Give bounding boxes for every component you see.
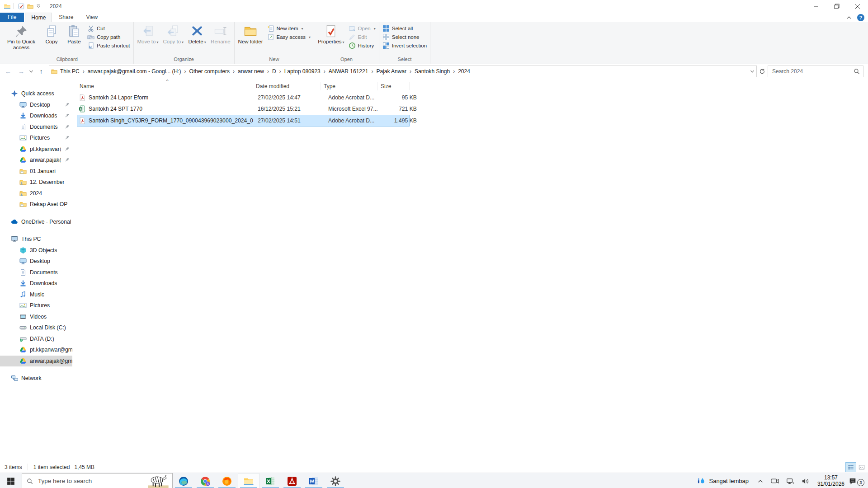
breadcrumb-item[interactable]: Pajak Anwar [376, 68, 406, 75]
sidebar-item-onedrive-personal[interactable]: OneDrive - Personal [0, 216, 72, 228]
back-button[interactable]: ← [3, 68, 14, 75]
sidebar-item-this-pc[interactable]: This PC [0, 234, 72, 245]
breadcrumb-item[interactable]: 2024 [458, 68, 470, 75]
restore-button[interactable] [826, 0, 847, 12]
sidebar-item-network[interactable]: Network [0, 373, 72, 384]
tray-overflow-button[interactable] [754, 478, 767, 484]
forward-button[interactable]: → [16, 68, 27, 75]
copy-to-button[interactable]: Copy to▾ [160, 23, 186, 46]
taskbar-app-settings[interactable] [325, 473, 346, 488]
taskbar-app-word[interactable] [303, 473, 325, 488]
sidebar-item-quick-access[interactable]: Quick access [0, 88, 72, 99]
invert-selection-button[interactable]: Invert selection [382, 42, 427, 49]
tab-home[interactable]: Home [25, 13, 52, 22]
breadcrumb-item[interactable]: anwar.pajak@gmail.com - Googl... (H:) [88, 68, 181, 75]
details-view-button[interactable] [845, 462, 856, 472]
breadcrumb-item[interactable]: Santokh Singh [415, 68, 450, 75]
recent-locations-button[interactable] [29, 69, 33, 74]
copy-path-button[interactable]: Copy path [87, 33, 130, 41]
up-button[interactable]: ↑ [36, 68, 47, 75]
file-row[interactable]: Santokh Singh_CY5JR9_FORM_1770_090043969… [77, 115, 410, 127]
edit-button[interactable]: Edit [349, 33, 376, 41]
sidebar-item-music[interactable]: Music [0, 289, 72, 300]
breadcrumb-item[interactable]: This PC [60, 68, 80, 75]
weather-widget[interactable]: Sangat lembap [692, 477, 753, 486]
easy-access-button[interactable]: Easy access▾ [267, 33, 311, 41]
new-item-button[interactable]: New item▾ [267, 25, 311, 32]
column-header-date-modified[interactable]: Date modified [253, 82, 321, 90]
paste-button[interactable]: Paste [63, 23, 85, 46]
open-button[interactable]: Open▾ [349, 25, 376, 32]
breadcrumb-item[interactable]: Other computers [189, 68, 230, 75]
sidebar-item-rekap-aset-op[interactable]: Rekap Aset OP [0, 199, 72, 210]
sidebar-item-01-januari[interactable]: 01 Januari [0, 166, 72, 177]
properties-button[interactable]: Properties▾ [316, 23, 346, 46]
speaker-icon[interactable] [798, 477, 813, 485]
thumbnails-view-button[interactable] [856, 462, 867, 472]
taskbar-app-excel[interactable] [259, 473, 281, 488]
sidebar-item-documents[interactable]: Documents [0, 267, 72, 278]
move-to-button[interactable]: Move to▾ [135, 23, 161, 46]
sidebar-item-anwar-pajak-gn[interactable]: anwar.pajak@gn [0, 155, 72, 166]
sidebar-item-documents[interactable]: Documents [0, 122, 72, 133]
tab-view[interactable]: View [80, 13, 104, 22]
paste-shortcut-button[interactable]: Paste shortcut [87, 42, 130, 49]
search-input[interactable] [771, 68, 854, 75]
sidebar-item-downloads[interactable]: Downloads [0, 278, 72, 289]
qat-properties-button[interactable] [17, 3, 26, 10]
start-button[interactable] [0, 473, 22, 488]
sidebar-item-videos[interactable]: Videos [0, 311, 72, 323]
column-header-size[interactable]: Size [378, 82, 410, 90]
taskbar-app-edge[interactable] [173, 473, 194, 488]
tab-file[interactable]: File [0, 13, 24, 22]
sidebar-item-12-desember[interactable]: 12. Desember [0, 177, 72, 188]
taskbar-app-acrobat[interactable] [281, 473, 303, 488]
refresh-button[interactable] [759, 68, 765, 75]
sidebar-item-desktop[interactable]: Desktop [0, 99, 72, 111]
cut-button[interactable]: Cut [87, 25, 130, 32]
sidebar-item-pictures[interactable]: Pictures [0, 300, 72, 311]
taskbar-app-file-explorer[interactable] [238, 473, 259, 488]
sidebar-item-pt-kkpanwar-gmai[interactable]: pt.kkpanwar@gmai [0, 344, 72, 356]
sidebar-item-pictures[interactable]: Pictures [0, 132, 72, 144]
breadcrumb-item[interactable]: ANWAR 161221 [329, 68, 368, 75]
meet-now-icon[interactable] [767, 477, 783, 485]
collapse-ribbon-button[interactable] [846, 15, 852, 20]
sidebar-item-2024[interactable]: 2024 [0, 188, 72, 199]
help-button[interactable]: ? [857, 14, 864, 21]
pin-to-quick-access-button[interactable]: Pin to Quick access [2, 23, 40, 52]
breadcrumb-item[interactable]: Laptop 080923 [284, 68, 321, 75]
taskbar-app-firefox[interactable] [216, 473, 238, 488]
address-box[interactable]: This PC›anwar.pajak@gmail.com - Googl...… [49, 66, 757, 77]
select-none-button[interactable]: Select none [382, 33, 427, 41]
sidebar-item-data-d[interactable]: DATA (D:) [0, 333, 72, 345]
tab-share[interactable]: Share [53, 13, 79, 22]
clock[interactable]: 13:57 31/01/2026 [817, 475, 844, 487]
sidebar-item-downloads[interactable]: Downloads [0, 110, 72, 122]
minimize-button[interactable] [806, 0, 826, 12]
action-center-button[interactable]: 3 [849, 477, 868, 485]
sidebar-item-pt-kkpanwar-gr[interactable]: pt.kkpanwar@gr [0, 144, 72, 155]
rename-button[interactable]: Rename [208, 23, 232, 46]
address-dropdown-icon[interactable] [750, 69, 755, 74]
network-icon[interactable] [783, 477, 798, 485]
copy-button[interactable]: Copy [40, 23, 63, 46]
delete-button[interactable]: Delete▾ [186, 23, 208, 46]
file-row[interactable]: Santokh 24 SPT 177016/12/2025 15:21Micro… [77, 103, 410, 115]
breadcrumb-item[interactable]: anwar new [238, 68, 264, 75]
history-button[interactable]: History [349, 42, 376, 49]
file-row[interactable]: Santokh 24 Lapor Eform27/02/2025 14:47Ad… [77, 92, 410, 103]
sidebar-item-anwar-pajak-gmail[interactable]: anwar.pajak@gmail [0, 356, 72, 367]
sidebar-item-desktop[interactable]: Desktop [0, 256, 72, 267]
close-button[interactable] [847, 0, 868, 12]
taskbar-app-chrome[interactable]: A [194, 473, 216, 488]
qat-new-folder-button[interactable] [26, 3, 35, 10]
select-all-button[interactable]: Select all [382, 25, 427, 32]
new-folder-button[interactable]: New folder [236, 23, 265, 46]
zebra-search-highlight-image[interactable] [145, 474, 171, 488]
column-header-type[interactable]: Type [321, 82, 378, 90]
qat-customize-button[interactable] [35, 4, 42, 9]
sidebar-item-3d-objects[interactable]: 3D Objects [0, 245, 72, 256]
sidebar-item-local-disk-c[interactable]: Local Disk (C:) [0, 322, 72, 333]
breadcrumb-item[interactable]: D [272, 68, 276, 75]
